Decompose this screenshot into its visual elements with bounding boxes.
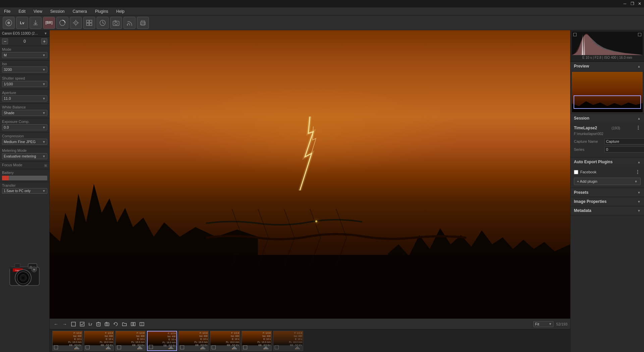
compression-dropdown[interactable]: Medium Fine JPEG ▼ (2, 139, 47, 145)
svg-point-15 (115, 22, 117, 25)
minimize-button[interactable]: ─ (623, 1, 627, 6)
film-thumb-4[interactable]: F: 1/2.8 Iso: 400 E: 10 s FL: 16.0 mm EB… (147, 331, 177, 351)
lv-button[interactable]: Lv (16, 17, 28, 29)
fit-label: Fit (535, 322, 539, 326)
aperture-section: Aperture 11.0 ▼ (0, 89, 49, 104)
filmstrip-folder-button[interactable] (121, 321, 128, 327)
menu-session[interactable]: Session (49, 8, 66, 14)
menu-camera[interactable]: Camera (71, 8, 89, 14)
histogram-corner-box-left[interactable] (573, 33, 577, 36)
session-name-row: TimeLapse2 (193) (574, 125, 641, 131)
rss-button[interactable] (123, 17, 136, 29)
filmstrip-scroll[interactable]: F: 1/2.8 Iso: 400 E: 10 s FL: 16.0 mm EB… (50, 329, 570, 352)
camera-selector[interactable]: Canon EOS 1100D (24307...) ▼ (0, 30, 49, 37)
facebook-checkbox[interactable] (574, 170, 578, 174)
preview-header[interactable]: Preview ▲ (571, 62, 644, 71)
image-properties-header[interactable]: Image Properties ▼ (571, 197, 644, 206)
series-label: Series (574, 147, 602, 151)
compression-section: Compression Medium Fine JPEG ▼ (0, 133, 49, 147)
film-thumb-3[interactable]: F: 1/2.8 Iso: 400 E: 10 s FL: 16.0 mm EB… (115, 331, 146, 351)
session-options-icon (636, 125, 641, 130)
filmstrip-rect-button[interactable] (70, 321, 77, 327)
photo-icon (105, 322, 109, 326)
filmstrip-split-button[interactable] (129, 321, 137, 327)
add-plugin-button[interactable]: + Add plugin ▼ (574, 178, 641, 185)
film-thumb-checkbox-4[interactable] (149, 345, 153, 349)
session-section: Session ▲ TimeLapse2 (193) F:\munka\lap (571, 114, 644, 158)
series-input[interactable] (604, 146, 644, 152)
main-photo[interactable] (50, 30, 570, 318)
session-header[interactable]: Session ▲ (571, 114, 644, 123)
film-thumb-7[interactable]: F: 1/2.8 Iso: 400 E: 10 s FL: 16.0 mm EB… (241, 331, 272, 351)
camera-button[interactable] (110, 17, 122, 29)
white-balance-section: White Balance Shade ▼ (0, 104, 49, 118)
film-thumb-checkbox-1[interactable] (54, 345, 58, 349)
exposure-comp-dropdown[interactable]: 0.0 ▼ (2, 124, 47, 130)
svg-rect-85 (296, 347, 297, 349)
transfer-dropdown[interactable]: 1.Save to PC only ▼ (2, 188, 47, 194)
filmstrip-photo-button[interactable] (103, 321, 111, 327)
print-button[interactable] (137, 17, 149, 29)
film-thumb-checkbox-6[interactable] (212, 345, 216, 349)
timelapse-button[interactable] (97, 17, 109, 29)
film-thumb-6[interactable]: F: 1/2.8 Iso: 400 E: 10 s FL: 16.0 mm EB… (210, 331, 240, 351)
exposure-plus-button[interactable]: + (41, 38, 47, 44)
camera-dropdown-arrow: ▼ (44, 32, 47, 35)
menu-help[interactable]: Help (115, 8, 126, 14)
live-view-button[interactable] (3, 17, 15, 29)
filmstrip-check-button[interactable] (78, 321, 86, 327)
compare-icon (140, 322, 144, 326)
film-thumb-5[interactable]: F: 1/2.8 Iso: 400 E: 10 s FL: 16.0 mm EB… (178, 331, 209, 351)
menu-plugins[interactable]: Plugins (94, 8, 109, 14)
menu-view[interactable]: View (32, 8, 44, 14)
fit-dropdown[interactable]: Fit ▼ (533, 321, 553, 327)
film-thumb-checkbox-3[interactable] (117, 345, 121, 349)
svg-rect-77 (235, 347, 236, 349)
svg-rect-51 (76, 346, 77, 349)
histogram-corner-box-right[interactable] (638, 33, 641, 36)
focus-button[interactable] (70, 17, 82, 29)
film-thumb-checkbox-2[interactable] (86, 345, 90, 349)
svg-point-4 (75, 22, 76, 23)
white-balance-dropdown[interactable]: Shade ▼ (2, 110, 47, 116)
metering-mode-dropdown[interactable]: Evaluative metering ▼ (2, 153, 47, 159)
svg-rect-58 (110, 348, 111, 349)
aperture-dropdown[interactable]: 11.0 ▼ (2, 95, 47, 101)
mode-dropdown[interactable]: M ▼ (2, 52, 47, 58)
presets-header[interactable]: Presets ▼ (571, 188, 644, 197)
metadata-header[interactable]: Metadata ▼ (571, 206, 644, 215)
menu-edit[interactable]: Edit (17, 8, 27, 14)
menu-file[interactable]: File (3, 8, 12, 14)
film-thumb-checkbox-5[interactable] (180, 345, 184, 349)
filmstrip-compare-button[interactable] (138, 321, 146, 327)
filmstrip-lr-button[interactable]: Lr (87, 321, 94, 327)
svg-rect-10 (90, 20, 92, 23)
restore-button[interactable]: ❐ (630, 1, 635, 6)
film-thumb-checkbox-8[interactable] (275, 345, 279, 349)
svg-rect-53 (78, 348, 79, 349)
filmstrip-rotate-button[interactable] (112, 321, 119, 327)
filmstrip-next-button[interactable]: → (61, 321, 68, 327)
svg-rect-12 (90, 23, 92, 26)
session-menu-btn[interactable] (636, 125, 641, 131)
film-thumb-8[interactable]: F: 1/2.8 Iso: 400 E: 10 s FL: 16.0 mm EB… (273, 331, 303, 351)
film-thumb-2[interactable]: F: 1/2.8 Iso: 400 E: 10 s FL: 16.0 mm EB… (84, 331, 114, 351)
film-thumb-checkbox-7[interactable] (243, 345, 247, 349)
filmstrip-prev-button[interactable]: ← (52, 321, 60, 327)
bracket-button[interactable]: [BR] (43, 17, 55, 29)
filmstrip-delete-button[interactable] (95, 321, 102, 327)
white-balance-label: White Balance (2, 105, 47, 109)
process-button[interactable] (56, 17, 68, 29)
shutter-speed-dropdown[interactable]: 1/100 ▼ (2, 81, 47, 87)
auto-export-header[interactable]: Auto Export Plugins ▲ (571, 158, 644, 166)
close-button[interactable]: ✕ (637, 1, 642, 6)
exposure-minus-button[interactable]: − (2, 38, 8, 44)
download-button[interactable] (30, 17, 42, 29)
film-thumb-1[interactable]: F: 1/2.8 Iso: 400 E: 10 s FL: 16.0 mm EB… (52, 331, 83, 351)
gallery-button[interactable] (83, 17, 95, 29)
wb-chevron: ▼ (42, 111, 46, 115)
facebook-plugin-menu-btn[interactable] (635, 169, 641, 175)
iso-dropdown[interactable]: 3200 ▼ (2, 67, 47, 73)
capture-name-input[interactable] (604, 138, 644, 144)
svg-point-30 (22, 276, 24, 279)
